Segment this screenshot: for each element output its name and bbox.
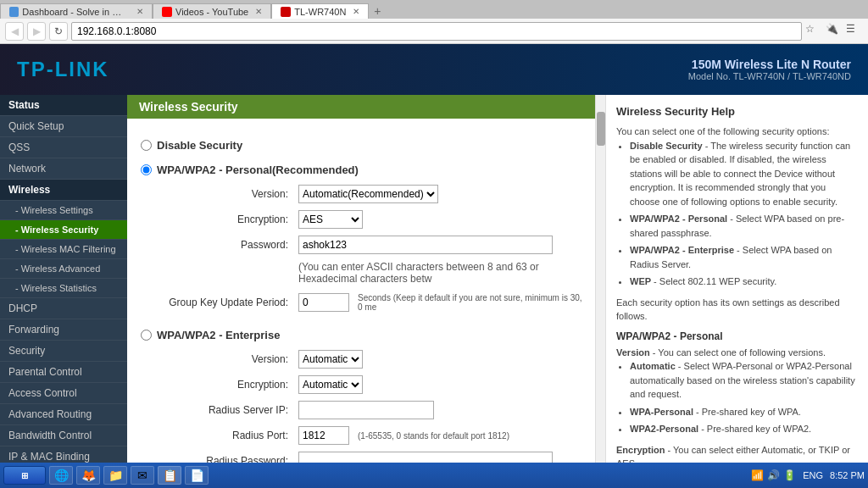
taskbar-app-firefox[interactable]: 🦊 bbox=[76, 466, 100, 485]
main-content: Wireless Security Disable Security WPA/W… bbox=[127, 95, 595, 463]
disable-security-text: Disable Security bbox=[157, 139, 242, 152]
taskbar-app-ie[interactable]: 🌐 bbox=[49, 466, 73, 485]
start-button[interactable]: ⊞ bbox=[3, 466, 46, 485]
help-version-list: Automatic - Select WPA-Personal or WPA2-… bbox=[630, 359, 858, 436]
bookmark-icon[interactable]: ☆ bbox=[805, 23, 822, 40]
sidebar-item-quick-setup[interactable]: Quick Setup bbox=[0, 116, 127, 137]
taskbar: ⊞ 🌐 🦊 📁 ✉ 📋 📄 📶 🔊 🔋 ENG 8:52 PM bbox=[0, 463, 868, 488]
scrollbar[interactable] bbox=[595, 95, 605, 463]
password-label: Password: bbox=[158, 232, 293, 258]
help-options-list: Disable Security - The wireless security… bbox=[630, 139, 858, 289]
ent-version-select[interactable]: Automatic bbox=[298, 350, 363, 369]
sidebar-item-wireless-mac[interactable]: - Wireless MAC Filtering bbox=[0, 240, 127, 259]
help-version-title: Version bbox=[616, 347, 650, 358]
sys-tray: 📶 🔊 🔋 bbox=[751, 469, 796, 481]
sidebar-item-bandwidth[interactable]: Bandwidth Control bbox=[0, 425, 127, 446]
password-hint-text: (You can enter ASCII characters between … bbox=[293, 258, 595, 288]
nav-icons: ☆ 🔌 ☰ bbox=[805, 23, 863, 40]
wpa-enterprise-label[interactable]: WPA/WPA2 - Enterprise bbox=[141, 329, 581, 341]
group-key-hint: Seconds (Keep it default if you are not … bbox=[353, 291, 593, 313]
disable-security-radio[interactable] bbox=[141, 140, 152, 151]
tab-bar: Dashboard - Solve in Wei... ✕ Videos - Y… bbox=[0, 0, 868, 19]
wpa-personal-radio[interactable] bbox=[141, 164, 152, 175]
content-wrapper: Wireless Security Disable Security WPA/W… bbox=[127, 95, 868, 463]
tab-favicon-tplink bbox=[281, 7, 291, 17]
taskbar-app-docs[interactable]: 📄 bbox=[185, 466, 209, 485]
taskbar-app-folder[interactable]: 📁 bbox=[103, 466, 127, 485]
radius-port-input[interactable] bbox=[298, 426, 349, 445]
new-tab-button[interactable]: + bbox=[369, 3, 386, 19]
reload-button[interactable]: ↻ bbox=[49, 22, 68, 41]
tab-tplink[interactable]: TL-WR740N ✕ bbox=[271, 3, 369, 19]
wpa-enterprise-radio[interactable] bbox=[141, 330, 152, 341]
tab-close-tplink[interactable]: ✕ bbox=[353, 7, 359, 16]
tab-youtube[interactable]: Videos - YouTube ✕ bbox=[153, 3, 271, 19]
help-title: Wireless Security Help bbox=[616, 105, 858, 118]
sidebar-item-status[interactable]: Status bbox=[0, 95, 127, 116]
ent-encryption-row: Encryption: Automatic bbox=[158, 372, 595, 397]
back-button[interactable]: ◀ bbox=[5, 22, 24, 41]
forward-button[interactable]: ▶ bbox=[27, 22, 46, 41]
menu-icon[interactable]: ☰ bbox=[846, 23, 863, 40]
radius-ip-label: Radius Server IP: bbox=[158, 397, 293, 423]
taskbar-app-calc[interactable]: 📋 bbox=[158, 466, 181, 485]
tab-label-youtube: Videos - YouTube bbox=[175, 7, 248, 17]
radius-ip-input[interactable] bbox=[298, 401, 434, 419]
password-input[interactable] bbox=[298, 236, 553, 254]
sidebar-item-security[interactable]: Security bbox=[0, 341, 127, 362]
sidebar-item-dhcp[interactable]: DHCP bbox=[0, 298, 127, 319]
sidebar-item-parental[interactable]: Parental Control bbox=[0, 362, 127, 383]
password-hint-label bbox=[158, 258, 293, 288]
radius-pass-input[interactable] bbox=[298, 452, 553, 463]
address-bar[interactable] bbox=[71, 22, 802, 41]
taskbar-app-mail[interactable]: ✉ bbox=[131, 466, 154, 485]
tab-close-dashboard[interactable]: ✕ bbox=[136, 7, 143, 16]
tab-dashboard[interactable]: Dashboard - Solve in Wei... ✕ bbox=[0, 3, 153, 19]
radius-port-cell: (1-65535, 0 stands for default port 1812… bbox=[293, 423, 595, 448]
sidebar-item-wireless-stats[interactable]: - Wireless Statistics bbox=[0, 279, 127, 298]
sidebar-item-wireless-settings[interactable]: - Wireless Settings bbox=[0, 201, 127, 220]
sidebar-item-wireless-advanced[interactable]: - Wireless Advanced bbox=[0, 259, 127, 279]
tab-close-youtube[interactable]: ✕ bbox=[255, 7, 262, 16]
version-select[interactable]: Automatic(Recommended) WPA-Personal WPA2… bbox=[298, 185, 438, 203]
sidebar-item-routing[interactable]: Advanced Routing bbox=[0, 404, 127, 425]
sidebar-item-forwarding[interactable]: Forwarding bbox=[0, 319, 127, 341]
help-option-disable: Disable Security - The wireless security… bbox=[630, 139, 858, 209]
password-cell bbox=[293, 232, 595, 258]
sidebar-item-network[interactable]: Network bbox=[0, 158, 127, 180]
tp-link-logo: TP-LINK bbox=[17, 58, 109, 81]
sidebar-item-qss[interactable]: QSS bbox=[0, 137, 127, 158]
group-key-input[interactable] bbox=[298, 293, 349, 312]
help-version-wpa2: WPA2-Personal - Pre-shared key of WPA2. bbox=[630, 422, 858, 436]
wpa-personal-label[interactable]: WPA/WPA2 - Personal(Recommended) bbox=[141, 164, 581, 176]
ent-encryption-select[interactable]: Automatic bbox=[298, 375, 363, 394]
tp-model-info: 150M Wireless Lite N Router Model No. TL… bbox=[688, 58, 851, 81]
nav-bar: ◀ ▶ ↻ ☆ 🔌 ☰ bbox=[0, 19, 868, 44]
extensions-icon[interactable]: 🔌 bbox=[826, 23, 843, 40]
help-option-wep: WEP - Select 802.11 WEP security. bbox=[630, 274, 858, 289]
network-tray-icon: 📶 bbox=[751, 469, 764, 481]
scrollbar-thumb[interactable] bbox=[597, 112, 605, 146]
wpa-personal-text: WPA/WPA2 - Personal(Recommended) bbox=[157, 164, 359, 176]
help-version-wpa: WPA-Personal - Pre-shared key of WPA. bbox=[630, 405, 858, 419]
version-row: Version: Automatic(Recommended) WPA-Pers… bbox=[158, 181, 595, 207]
encryption-select[interactable]: AES TKIP Automatic bbox=[298, 210, 363, 229]
sidebar-item-wireless[interactable]: Wireless bbox=[0, 180, 127, 201]
help-intro: You can select one of the following secu… bbox=[616, 125, 858, 289]
taskbar-left: ⊞ 🌐 🦊 📁 ✉ 📋 📄 bbox=[3, 466, 209, 485]
sidebar-item-wireless-security[interactable]: - Wireless Security bbox=[0, 220, 127, 240]
sidebar-item-ip-mac[interactable]: IP & MAC Binding bbox=[0, 446, 127, 463]
version-label: Version: bbox=[158, 181, 293, 207]
disable-security-option: Disable Security bbox=[141, 139, 581, 152]
disable-security-label[interactable]: Disable Security bbox=[141, 139, 581, 152]
ent-version-cell: Automatic bbox=[293, 347, 595, 372]
tab-label-dashboard: Dashboard - Solve in Wei... bbox=[22, 7, 130, 17]
help-version-section: Version - You can select one of followin… bbox=[616, 346, 858, 436]
help-encryption-title: Encryption bbox=[616, 445, 665, 455]
sidebar-item-access[interactable]: Access Control bbox=[0, 383, 127, 404]
radius-pass-cell bbox=[293, 448, 595, 463]
model-number: Model No. TL-WR740N / TL-WR740ND bbox=[688, 71, 851, 81]
tp-link-header: TP-LINK 150M Wireless Lite N Router Mode… bbox=[0, 44, 868, 95]
wpa-enterprise-form: Version: Automatic Encryption: bbox=[158, 347, 595, 463]
radius-port-hint: (1-65535, 0 stands for default port 1812… bbox=[353, 430, 515, 442]
